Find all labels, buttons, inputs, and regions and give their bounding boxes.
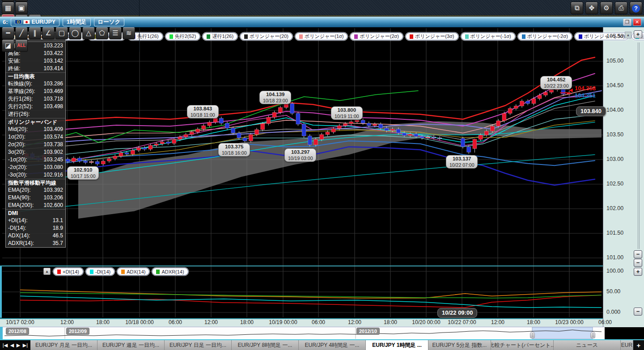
legend-pill[interactable]: ボリンジャー(2σ) — [350, 33, 403, 40]
legend-color-swatch — [410, 34, 413, 39]
bid-price-label: 104.351 — [575, 92, 596, 99]
hline-tool-icon[interactable]: ━ — [2, 27, 14, 39]
chart-tab[interactable]: EUR/JPY 4時間足 一... — [299, 340, 366, 350]
scrollbar-groove2[interactable] — [639, 42, 640, 249]
chart-tab[interactable]: EUR/JPY 月足 一目均... — [30, 340, 97, 350]
tab-scroll-arrow[interactable]: ▶ — [17, 342, 20, 348]
legend-label: ボリンジャー(3σ) — [415, 33, 454, 40]
dmi-axis-label: 50.00 — [606, 288, 620, 295]
price-axis-label: 103.00 — [606, 156, 623, 162]
tab-scroll-arrow[interactable]: |◀ — [3, 342, 8, 348]
triangle-tool-icon[interactable]: △ — [82, 27, 95, 39]
price-axis-label: 102.50 — [606, 181, 623, 187]
chart-title-bar: 6: EUR/JPY 1時間足 ローソク ❐ ✕ — [0, 17, 644, 27]
time-axis-label: 18:00 — [384, 319, 397, 325]
chart-tab-bar: |◀◀▶▶| EUR/JPY 月足 一目均...EUR/JPY 週足 一目均..… — [0, 339, 644, 350]
info-row: Mid(20):103.409 — [6, 126, 65, 133]
pair-label: EUR/JPY — [32, 18, 56, 26]
pentagon-tool-icon[interactable]: ⬠ — [96, 27, 108, 39]
zoom-out-button-dmi[interactable]: − — [634, 308, 642, 316]
scroll-up-button[interactable]: ▲ — [625, 32, 631, 38]
trendline-tool-icon[interactable]: ╱ — [15, 27, 28, 39]
info-row: -3σ(20):102.916 — [6, 171, 65, 179]
legend-pill[interactable]: ボリンジャー(20) — [240, 33, 292, 40]
dmi-legend-pill[interactable]: -DI(14) — [86, 268, 114, 275]
legend-color-swatch — [156, 270, 160, 274]
toolbar-group: ◪ALL — [2, 39, 140, 52]
settings-icon[interactable]: ⚙ — [600, 2, 613, 14]
zoom-in-button-dmi[interactable]: + — [634, 268, 642, 276]
legend-color-swatch — [244, 34, 248, 39]
chart-tab[interactable]: EUR/JPY 5分足 指数... — [428, 340, 491, 350]
restore-window-button[interactable]: ❐ — [623, 18, 631, 26]
legend-pill[interactable]: ボリンジャー(3σ) — [406, 33, 458, 40]
tab-nav-arrows: |◀◀▶▶| — [0, 340, 30, 350]
price-axis-label: 105.00 — [606, 58, 623, 64]
chart-annotation: 104.13910/18 23:00 — [259, 91, 291, 104]
legend-pill[interactable]: ボリンジャー(-2σ) — [518, 33, 572, 40]
legend-pill[interactable]: ボリンジャー(1σ) — [295, 33, 348, 40]
dmi-legend-pill[interactable]: ADXR(14) — [152, 268, 188, 275]
eraser-tool-icon[interactable]: ◪ — [2, 39, 14, 52]
chart-tab[interactable]: EUR/JPY 1時間足 ... — [366, 340, 428, 350]
zoom-in-button-main[interactable]: + — [634, 30, 642, 38]
nav-handle-left[interactable] — [530, 332, 535, 338]
parallel-tool-icon[interactable]: ∥ — [29, 27, 41, 39]
legend-pill[interactable]: ボリンジャー(-1σ) — [461, 33, 515, 40]
eu-flag-icon — [15, 20, 21, 24]
scrollbar-groove[interactable] — [638, 42, 638, 249]
tab-scroll-arrow[interactable]: ◀ — [10, 342, 14, 348]
panel-settings-tool-icon[interactable]: ▦ — [2, 2, 14, 14]
fan-tool-icon[interactable]: ≋ — [123, 27, 135, 39]
navigator-month-label: 2012/08 — [6, 328, 29, 335]
legend-color-swatch — [207, 34, 210, 39]
dmi-legend-pill[interactable]: +DI(14) — [53, 268, 83, 275]
print-icon[interactable]: ⎙ — [615, 2, 627, 14]
fullscreen-icon[interactable]: ✥ — [585, 2, 598, 14]
close-window-button[interactable]: ✕ — [633, 18, 641, 26]
legend-label: ADXR(14) — [161, 269, 184, 274]
time-axis-label: 10/17 02:00 — [6, 319, 34, 325]
ellipse-tool-icon[interactable]: ◯ — [69, 27, 81, 39]
scroll-down-button[interactable]: − — [634, 259, 642, 267]
windows-icon[interactable]: ⧉ — [571, 2, 583, 14]
zoom-out-button-main[interactable]: − — [634, 250, 642, 258]
pair-selector-button[interactable]: EUR/JPY — [11, 18, 60, 26]
rect-tool-icon[interactable]: ▢ — [55, 27, 68, 39]
chart-tab[interactable]: EUR/JPY 8時間足 一... — [232, 340, 299, 350]
legend-label: ボリンジャー(-2σ) — [527, 33, 568, 40]
pencil-tool-icon[interactable]: ✎ — [15, 0, 28, 2]
dmi-collapse-button[interactable]: ▲ — [43, 268, 51, 275]
chart-tab[interactable]: EUR/JPY 週足 一目均... — [97, 340, 165, 350]
jp-flag-icon — [23, 20, 30, 24]
chart-annotation: 103.80010/19 11:00 — [331, 106, 363, 120]
tab-scroll-arrow[interactable]: ▶| — [23, 342, 28, 348]
chart-tab[interactable]: 比較チャート(パーセント... — [491, 340, 554, 350]
nav-handle-right[interactable] — [590, 332, 595, 338]
chart-index-label: 6: — [3, 19, 8, 25]
save-tool-icon[interactable]: ▣ — [15, 2, 28, 14]
legend-pill[interactable]: 先行2(52) — [165, 33, 200, 40]
time-axis-label: 12:00 — [348, 319, 361, 325]
info-row: 1σ(20):103.574 — [6, 133, 65, 141]
add-chart-tab-button[interactable]: + — [633, 340, 644, 350]
trading-app-window: ▤▧Cal比✳✎▦▣✚↖✋━╱∥∠▢◯△⬠☰≋◪ALL ⧉✥⚙⎙? 6: EUR… — [0, 0, 644, 350]
chart-tab[interactable]: EUR — [621, 340, 633, 350]
multi-lines-tool-icon[interactable]: ☰ — [109, 27, 122, 39]
dmi-legend-pill[interactable]: ADX(14) — [117, 268, 149, 275]
chart-annotation: 103.13710/22 07:00 — [446, 155, 478, 169]
legend-color-swatch — [90, 270, 93, 274]
chart-dmi-splitter[interactable] — [0, 266, 603, 266]
legend-pill[interactable]: 遅行1(26) — [203, 33, 237, 40]
chart-tab[interactable]: EUR/JPY 日足 一目均... — [165, 340, 232, 350]
help-icon[interactable]: ? — [630, 2, 642, 14]
legend-color-swatch — [299, 34, 303, 39]
chart-tab[interactable]: ニュース — [554, 340, 621, 350]
eraser-all-tool-icon[interactable]: ALL — [15, 39, 28, 52]
nodes-tool-icon[interactable]: ✳ — [2, 0, 14, 2]
legend-label: +DI(14) — [63, 269, 79, 274]
timeframe-selector-button[interactable]: 1時間足 — [63, 18, 90, 26]
chart-annotation: 103.840 — [576, 106, 606, 116]
angle-tool-icon[interactable]: ∠ — [42, 27, 55, 39]
chart-type-selector-button[interactable]: ローソク — [94, 18, 125, 26]
